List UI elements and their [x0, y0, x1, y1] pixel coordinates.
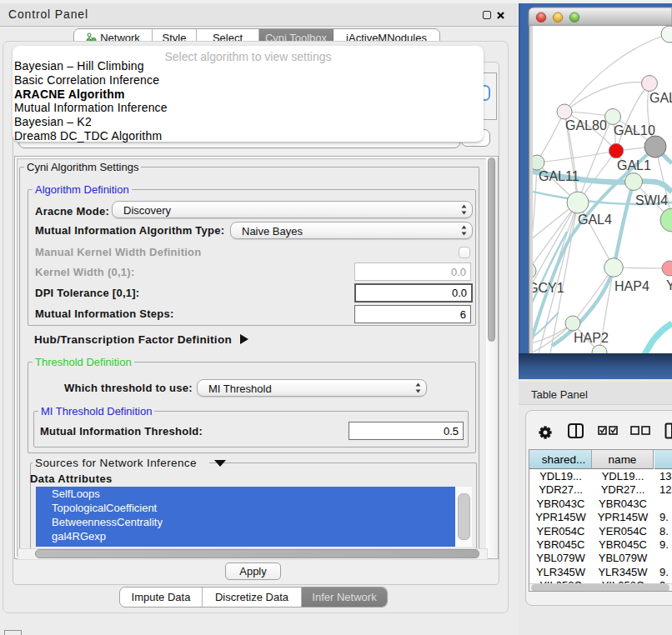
- svg-text:HAP2: HAP2: [574, 331, 609, 345]
- svg-text:SWI4: SWI4: [635, 193, 668, 208]
- svg-text:GAL11: GAL11: [539, 169, 579, 183]
- svg-text:GAL7: GAL7: [649, 91, 672, 105]
- svg-text:GCY1: GCY1: [528, 281, 564, 295]
- svg-text:GAL80: GAL80: [565, 118, 607, 132]
- svg-text:GAL10: GAL10: [614, 123, 655, 138]
- svg-text:GAL4: GAL4: [578, 212, 612, 227]
- svg-text:Y: Y: [666, 278, 672, 292]
- svg-text:HAP4: HAP4: [614, 279, 649, 293]
- svg-text:GAL1: GAL1: [617, 158, 651, 172]
